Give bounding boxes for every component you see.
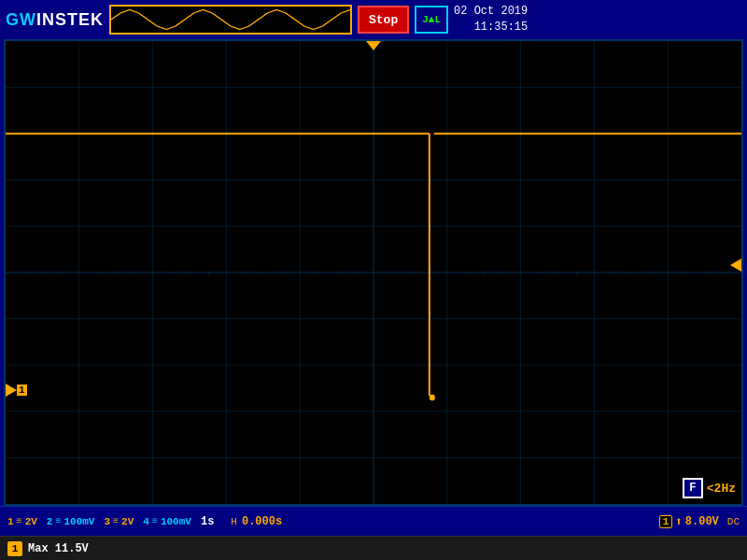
trigger-mode: DC (727, 516, 740, 527)
ch2-number: 2 (47, 516, 53, 527)
f-button[interactable]: F (683, 478, 703, 498)
run-mode-button[interactable]: J▲L (415, 6, 448, 34)
scope-screen: 1 F <2Hz (4, 39, 743, 506)
ch3-info: 3 ≡ 2V (104, 516, 134, 527)
ch1-number: 1 (7, 516, 14, 527)
meas-text: Max 11.5V (28, 542, 89, 555)
meas-ch-indicator: 1 (7, 541, 22, 556)
horiz-time: 0.000s (242, 515, 282, 528)
ch3-icon: ≡ (113, 516, 119, 526)
ch1-marker-label: 1 (17, 385, 27, 396)
datetime: 02 Oct 2019 11:35:15 (454, 4, 528, 35)
ch1-marker-arrow (6, 384, 17, 397)
ch2-icon: ≡ (55, 516, 61, 526)
measurement-bar: 1 Max 11.5V (0, 536, 747, 560)
top-bar: GWINSTEK Stop J▲L 02 Oct 2019 11:35:15 (0, 0, 747, 39)
date-line2: 11:35:15 (454, 20, 528, 35)
bottom-bar: 1 ≡ 2V 2 ≡ 100mV 3 ≡ 2V 4 ≡ 100mV 1s H (0, 506, 747, 536)
run-mode-icon: J▲L (422, 14, 441, 25)
time-per-div: 1s (201, 515, 214, 528)
date-line1: 02 Oct 2019 (454, 4, 528, 20)
time-div-info: 1s (201, 515, 221, 528)
ch4-info: 4 ≡ 100mV (143, 516, 191, 527)
waveform-overlay (6, 41, 741, 504)
svg-point-54 (430, 395, 435, 400)
horiz-info: H 0.000s (231, 515, 289, 528)
waveform-preview (109, 5, 352, 35)
horiz-label: H (231, 516, 237, 527)
trigger-value: 8.00V (685, 515, 719, 528)
ch1-icon: ≡ (17, 516, 22, 526)
ch3-value: 2V (121, 516, 134, 527)
freq-display: <2Hz (707, 482, 736, 496)
stop-button[interactable]: Stop (358, 6, 409, 34)
ch2-value: 100mV (63, 516, 94, 527)
trigger-marker-right (730, 259, 741, 272)
ch4-icon: ≡ (152, 516, 158, 526)
trigger-ch: 1 (659, 515, 672, 528)
trigger-section: 1 ⬆ 8.00V DC (659, 514, 740, 529)
trigger-marker-top (366, 41, 381, 50)
ch1-value: 2V (25, 516, 37, 527)
logo: GWINSTEK (6, 10, 104, 30)
ch4-number: 4 (143, 516, 149, 527)
ch2-info: 2 ≡ 100mV (47, 516, 95, 527)
ch1-marker: 1 (6, 384, 27, 397)
ch3-number: 3 (104, 516, 110, 527)
ch4-value: 100mV (161, 516, 191, 527)
ch1-info: 1 ≡ 2V (7, 516, 37, 527)
trigger-symbol: ⬆ (675, 514, 683, 529)
f-button-area: F <2Hz (683, 478, 736, 498)
